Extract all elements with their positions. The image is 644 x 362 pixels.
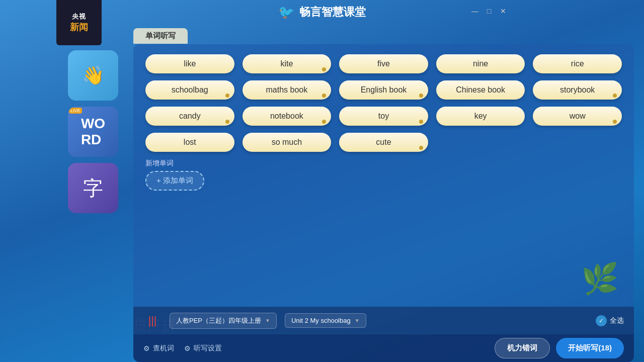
word-chip-lost[interactable]: lost	[145, 133, 234, 152]
cctv-bottom-text: 新闻	[70, 21, 88, 33]
add-word-button[interactable]: + 添加单词	[145, 171, 204, 191]
word-dot-kite	[322, 67, 326, 71]
word-dot-notebook	[322, 120, 326, 124]
preview-link[interactable]: ⚙ 查机词	[143, 344, 174, 353]
sidebar-icon-word[interactable]: LIVE WORD	[68, 107, 118, 157]
word-dot-cute	[419, 146, 423, 150]
word-chip-nine[interactable]: nine	[436, 54, 525, 73]
tab-bar: 单词听写	[133, 28, 188, 44]
textbook-dropdown[interactable]: 人教PEP（三起）四年级上册 ▼	[170, 313, 277, 329]
word-dot-storybook	[613, 94, 617, 98]
maximize-button[interactable]: □	[484, 6, 494, 16]
textbook-arrow-icon: ▼	[265, 318, 270, 323]
select-all-label: 全选	[610, 316, 624, 325]
select-all-button[interactable]: ✓ 全选	[596, 315, 624, 326]
close-button[interactable]: ✕	[498, 6, 508, 16]
tab-dictation[interactable]: 单词听写	[133, 28, 188, 44]
hello-icon: 👋	[82, 65, 105, 86]
word-dot-candy	[225, 120, 229, 124]
word-dot-maths-book	[322, 94, 326, 98]
settings-icon: ⚙	[184, 344, 191, 352]
word-chip-toy[interactable]: toy	[339, 107, 428, 126]
word-chip-rice[interactable]: rice	[533, 54, 622, 73]
bottom-actions-right: 机力错词 开始听写(18)	[495, 338, 624, 358]
sidebar: 👋 LIVE WORD 字	[68, 50, 118, 213]
check-circle-icon: ✓	[596, 315, 607, 326]
bird-icon: 🐦	[278, 5, 294, 20]
logo-icon: |||	[143, 312, 162, 330]
plant-decoration: 🌿	[581, 261, 619, 297]
brand-icon: |||	[148, 314, 156, 327]
word-icon-text: WORD	[81, 116, 105, 148]
start-button[interactable]: 开始听写(18)	[556, 338, 624, 358]
bottom-bar: ||| 人教PEP（三起）四年级上册 ▼ Unit 2 My schoolbag…	[133, 307, 634, 334]
word-chip-key[interactable]: key	[436, 107, 525, 126]
word-chip-cute[interactable]: cute	[339, 133, 428, 152]
words-grid: likekitefiveninericeschoolbagmaths bookE…	[133, 44, 634, 157]
word-dot-english-book	[419, 94, 423, 98]
unit-dropdown[interactable]: Unit 2 My schoolbag ▼	[285, 313, 366, 328]
word-chip-storybook[interactable]: storybook	[533, 80, 622, 100]
sidebar-icon-char[interactable]: 字	[68, 163, 118, 213]
word-chip-schoolbag[interactable]: schoolbag	[145, 80, 234, 100]
cctv-top-text: 央视	[72, 12, 86, 21]
sidebar-icon-hello[interactable]: 👋	[68, 50, 118, 101]
word-dot-wow	[613, 120, 617, 124]
word-chip-like[interactable]: like	[145, 54, 234, 73]
unit-arrow-icon: ▼	[355, 318, 360, 323]
word-dot-schoolbag	[225, 94, 229, 98]
preview-label: 查机词	[153, 344, 174, 353]
word-chip-chinese-book[interactable]: Chinese book	[436, 80, 525, 100]
settings-link[interactable]: ⚙ 听写设置	[184, 344, 222, 353]
new-words-label: 新增单词	[133, 157, 634, 171]
word-chip-kite[interactable]: kite	[243, 54, 332, 73]
window-controls: — □ ✕	[470, 6, 508, 16]
char-icon: 字	[83, 174, 103, 202]
minimize-button[interactable]: —	[470, 6, 480, 16]
word-chip-wow[interactable]: wow	[533, 107, 622, 126]
settings-label: 听写设置	[194, 344, 222, 353]
word-chip-candy[interactable]: candy	[145, 107, 234, 126]
live-badge: LIVE	[69, 108, 82, 114]
practice-button[interactable]: 机力错词	[495, 338, 550, 358]
word-dot-toy	[419, 120, 423, 124]
word-chip-notebook[interactable]: notebook	[243, 107, 332, 126]
word-chip-maths-book[interactable]: maths book	[243, 80, 332, 100]
word-chip-english-book[interactable]: English book	[339, 80, 428, 100]
brand-logo: 🐦 畅言智慧课堂	[278, 5, 366, 20]
bottom-actions: ⚙ 查机词 ⚙ 听写设置 机力错词 开始听写(18)	[133, 334, 634, 362]
app-title: 畅言智慧课堂	[299, 5, 366, 20]
textbook-label: 人教PEP（三起）四年级上册	[176, 316, 261, 325]
word-chip-five[interactable]: five	[339, 54, 428, 73]
preview-icon: ⚙	[143, 344, 150, 352]
unit-label: Unit 2 My schoolbag	[291, 317, 351, 324]
word-chip-so-much[interactable]: so much	[243, 133, 332, 152]
cctv-logo: 央视 新闻	[56, 0, 102, 45]
main-panel: 单词听写 likekitefiveninericeschoolbagmaths …	[133, 44, 634, 332]
